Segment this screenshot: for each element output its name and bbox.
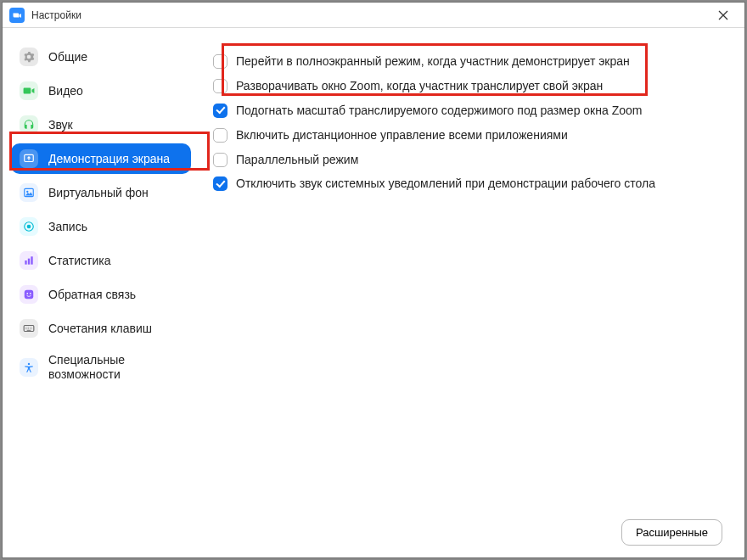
option-label: Отключить звук системных уведомлений при…: [236, 176, 655, 192]
titlebar: Настройки: [3, 3, 744, 28]
sidebar-item-statistics[interactable]: Статистика: [11, 245, 191, 276]
sidebar-item-label: Звук: [48, 118, 73, 132]
svg-point-10: [30, 293, 31, 294]
sidebar-item-general[interactable]: Общие: [11, 42, 191, 72]
settings-window: Настройки ОбщиеВидеоЗвукДемонстрация экр…: [2, 2, 745, 558]
option-remote-control-all[interactable]: Включить дистанционное управление всеми …: [213, 127, 722, 143]
option-fullscreen-on-share[interactable]: Перейти в полноэкранный режим, когда уча…: [213, 53, 722, 70]
sidebar-item-label: Статистика: [48, 254, 111, 267]
gear-icon: [20, 48, 38, 66]
footer: Расширенные: [213, 512, 722, 546]
sidebar-item-virtual-bg[interactable]: Виртуальный фон: [11, 177, 191, 208]
option-label: Подогнать масштаб транслируемого содержи…: [236, 103, 642, 119]
sidebar-item-recording[interactable]: Запись: [11, 211, 191, 242]
svg-rect-7: [31, 256, 32, 264]
checkbox[interactable]: [213, 153, 227, 167]
sidebar-item-shortcuts[interactable]: Сочетания клавиш: [11, 313, 191, 344]
accessibility-icon: [20, 358, 38, 377]
sidebar-item-label: Видео: [48, 84, 83, 98]
sidebar-item-audio[interactable]: Звук: [11, 109, 191, 140]
sidebar-item-label: Демонстрация экрана: [48, 152, 170, 165]
stats-icon: [20, 251, 38, 270]
sidebar-item-video[interactable]: Видео: [11, 76, 191, 106]
close-icon: [718, 10, 728, 20]
svg-rect-8: [25, 290, 34, 300]
checkbox[interactable]: [213, 104, 227, 118]
svg-point-4: [27, 225, 31, 229]
close-button[interactable]: [709, 3, 738, 27]
checkbox[interactable]: [213, 176, 227, 191]
headphones-icon: [20, 115, 38, 134]
app-icon: [9, 8, 25, 23]
option-mute-sys-notifs[interactable]: Отключить звук системных уведомлений при…: [213, 176, 722, 192]
sidebar-item-label: Сочетания клавиш: [48, 322, 152, 335]
body: ОбщиеВидеоЗвукДемонстрация экранаВиртуал…: [3, 28, 744, 557]
sidebar-item-accessibility[interactable]: Специальные возможности: [11, 347, 191, 388]
option-maximize-on-share[interactable]: Разворачивать окно Zoom, когда участник …: [213, 78, 722, 94]
window-title: Настройки: [31, 9, 81, 21]
svg-rect-6: [28, 259, 30, 265]
option-label: Разворачивать окно Zoom, когда участник …: [236, 78, 603, 94]
checkbox[interactable]: [213, 79, 227, 93]
image-icon: [20, 183, 38, 202]
sidebar-item-label: Специальные возможности: [48, 353, 183, 382]
share-icon: [20, 149, 38, 168]
advanced-button[interactable]: Расширенные: [621, 519, 722, 546]
svg-point-12: [28, 363, 30, 365]
sidebar-item-label: Запись: [48, 220, 87, 233]
checkbox[interactable]: [213, 54, 227, 69]
smile-icon: [20, 285, 38, 304]
sidebar-item-feedback[interactable]: Обратная связь: [11, 279, 191, 310]
checkbox[interactable]: [213, 128, 227, 143]
svg-point-9: [26, 293, 28, 294]
option-side-by-side[interactable]: Параллельный режим: [213, 152, 722, 168]
main-panel: Перейти в полноэкранный режим, когда уча…: [199, 28, 744, 557]
keyboard-icon: [20, 319, 38, 338]
option-label: Параллельный режим: [236, 152, 358, 168]
sidebar-item-label: Обратная связь: [48, 288, 136, 301]
sidebar-item-label: Общие: [48, 50, 87, 64]
record-icon: [20, 217, 38, 236]
sidebar-item-label: Виртуальный фон: [48, 186, 149, 199]
svg-rect-5: [25, 260, 26, 265]
option-fit-to-window[interactable]: Подогнать масштаб транслируемого содержи…: [213, 103, 722, 119]
svg-point-2: [26, 191, 28, 193]
sidebar-item-share-screen[interactable]: Демонстрация экрана: [11, 143, 191, 174]
sidebar: ОбщиеВидеоЗвукДемонстрация экранаВиртуал…: [3, 28, 199, 557]
options-list: Перейти в полноэкранный режим, когда уча…: [213, 53, 722, 512]
camera-icon: [20, 81, 38, 100]
option-label: Перейти в полноэкранный режим, когда уча…: [236, 53, 630, 70]
option-label: Включить дистанционное управление всеми …: [236, 127, 568, 143]
